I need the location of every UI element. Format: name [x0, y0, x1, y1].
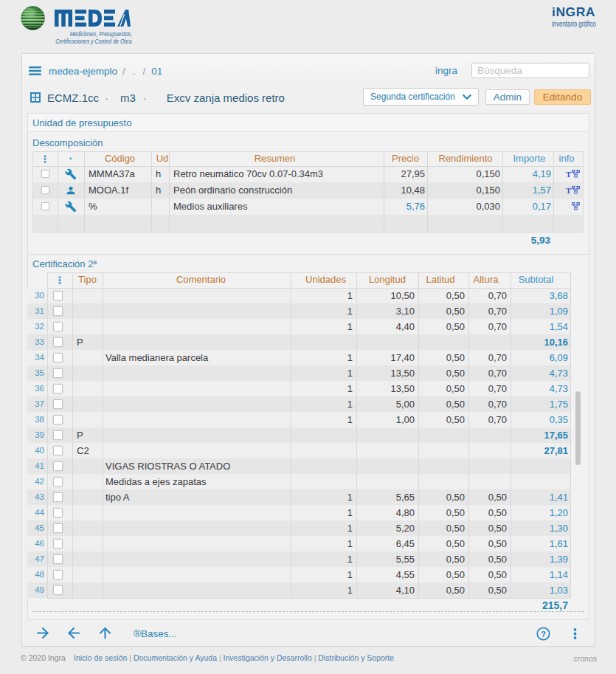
svg-text:?: ? — [541, 630, 546, 639]
